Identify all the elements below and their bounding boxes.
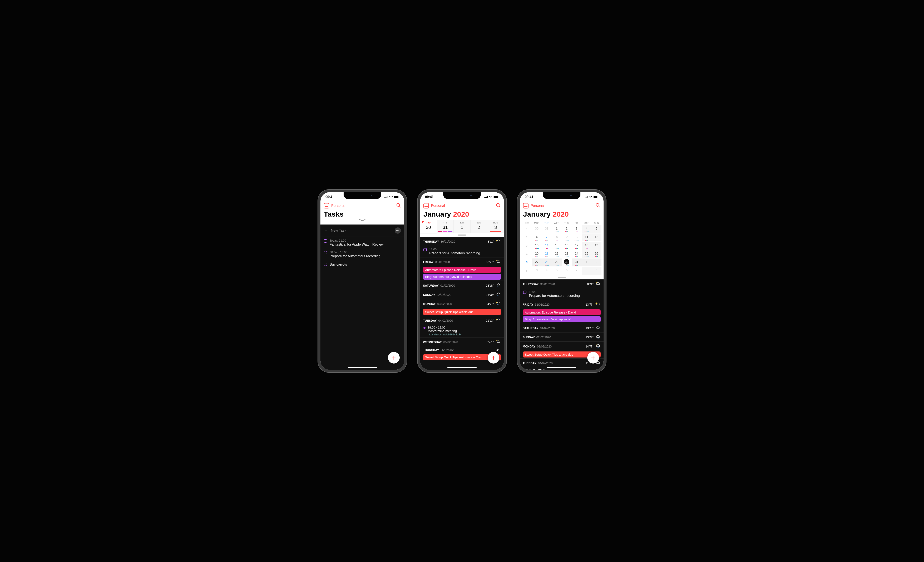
task-checkbox[interactable] (324, 239, 327, 243)
month-cell[interactable]: 13 (532, 242, 542, 250)
task-item[interactable]: 18:00Prepare for Automators recording (420, 246, 504, 257)
task-checkbox[interactable] (523, 291, 526, 294)
month-cell[interactable]: 16 (562, 242, 572, 250)
add-button[interactable]: + (388, 352, 400, 364)
month-cell[interactable]: 3 (532, 267, 542, 275)
month-cell[interactable]: 11 (582, 234, 592, 241)
drag-handle[interactable] (520, 276, 603, 279)
month-cell[interactable]: 2 (562, 225, 572, 233)
month-cell[interactable]: 30 (532, 225, 542, 233)
svg-rect-10 (485, 197, 486, 198)
month-cell[interactable]: 18 (582, 242, 592, 250)
task-checkbox[interactable] (324, 263, 327, 266)
month-cell[interactable]: 25 (582, 250, 592, 258)
month-cell[interactable]: 22 (552, 250, 562, 258)
month-cell[interactable]: 27 (532, 258, 542, 267)
week-day[interactable]: THU 30 (420, 220, 437, 233)
month-cell[interactable]: 17 (572, 242, 582, 250)
month-cell[interactable]: 7 (572, 267, 582, 275)
task-item[interactable]: 18:00Prepare for Automators recording (520, 288, 603, 300)
weather-icon (595, 325, 601, 331)
month-cell[interactable]: 26 (591, 250, 602, 258)
month-cell[interactable]: 8 (582, 267, 592, 275)
add-button[interactable]: + (488, 352, 500, 364)
search-button[interactable] (396, 203, 401, 208)
month-cell[interactable]: 19 (591, 242, 602, 250)
day-header: MONDAY 03/02/2020 14°/7° (420, 299, 504, 308)
week-day[interactable]: SAT 1 (453, 220, 470, 233)
month-cell[interactable]: 23 (562, 250, 572, 258)
month-cell[interactable]: 1 (552, 225, 562, 233)
agenda-list[interactable]: THURSDAY 30/01/2020 8°/1°18:00Prepare fo… (420, 237, 504, 370)
month-cell[interactable]: 31 (572, 258, 582, 267)
month-title[interactable]: January 2020 (423, 210, 501, 218)
calendar-set-button[interactable]: Personal (423, 203, 445, 208)
month-cell[interactable]: 7 (542, 234, 552, 241)
week-day[interactable]: FRI 31 (437, 220, 454, 233)
calendar-set-button[interactable]: Personal (324, 203, 345, 208)
month-cell[interactable]: 30 (562, 258, 572, 267)
search-button[interactable] (596, 203, 600, 208)
event-pill[interactable]: Automators Episode Release - David (423, 267, 501, 273)
month-cell[interactable]: 9 (591, 267, 602, 275)
month-cell[interactable]: 28 (542, 258, 552, 267)
svg-line-39 (497, 304, 498, 305)
month-cell[interactable]: 3 (572, 225, 582, 233)
pull-handle[interactable] (324, 218, 401, 223)
month-cell[interactable]: 5 (552, 267, 562, 275)
svg-line-32 (498, 295, 498, 296)
drag-handle[interactable] (420, 233, 504, 237)
tasks-list[interactable]: ＋ New Task ••• Today, 21:00 Fantastical … (321, 225, 404, 370)
svg-rect-11 (486, 196, 487, 198)
task-checkbox[interactable] (324, 251, 327, 254)
month-cell[interactable]: 15 (552, 242, 562, 250)
event-pill[interactable]: Automators Episode Release - David (523, 309, 601, 315)
month-cell[interactable]: 12 (591, 234, 602, 241)
month-cell[interactable]: 14 (542, 242, 552, 250)
home-indicator[interactable] (447, 367, 477, 368)
task-time: 30 Jan, 18:00 (330, 250, 401, 254)
svg-line-60 (599, 206, 600, 207)
month-cell[interactable]: 31 (542, 225, 552, 233)
month-cell[interactable]: 9 (562, 234, 572, 241)
search-button[interactable] (496, 203, 501, 208)
month-cell[interactable]: 4 (542, 267, 552, 275)
month-cell[interactable]: 2 (591, 258, 602, 267)
week-day[interactable]: MON 3 (487, 220, 504, 233)
calendar-set-icon (423, 203, 429, 208)
month-title[interactable]: January 2020 (523, 210, 600, 218)
month-cell[interactable]: 6 (562, 267, 572, 275)
new-task-row[interactable]: ＋ New Task ••• (321, 225, 404, 237)
home-indicator[interactable] (547, 367, 576, 368)
weather-icon (496, 292, 501, 297)
month-cell[interactable]: 4 (582, 225, 592, 233)
month-cell[interactable]: 10 (572, 234, 582, 241)
task-item[interactable]: 30 Jan, 18:00 Prepare for Automators rec… (321, 249, 404, 260)
day-header: FRIDAY 31/01/2020 13°/7° (420, 257, 504, 266)
view-title: Tasks (324, 210, 401, 218)
month-cell[interactable]: 24 (572, 250, 582, 258)
more-button[interactable]: ••• (394, 228, 401, 234)
task-item[interactable]: Today, 21:00 Fantastical for Apple Watch… (321, 237, 404, 249)
month-cell[interactable]: 6 (532, 234, 542, 241)
month-cell[interactable]: 20 (532, 250, 542, 258)
event-pill[interactable]: Blog: Automators (David episode) (423, 274, 501, 280)
calendar-set-label: Personal (531, 204, 544, 208)
month-cell[interactable]: 5 (591, 225, 602, 233)
month-cell[interactable]: 1 (582, 258, 592, 267)
event-pill[interactable]: Sweet Setup Quick Tips article due (423, 309, 501, 315)
event-pill[interactable]: Blog: Automators (David episode) (523, 316, 601, 322)
month-cell[interactable]: 8 (552, 234, 562, 241)
week-strip[interactable]: THU 30FRI 31SAT 1SUN 2MON 3 (420, 220, 504, 233)
task-item[interactable]: Buy carrots (321, 260, 404, 268)
month-cell[interactable]: 21 (542, 250, 552, 258)
home-indicator[interactable] (348, 367, 377, 368)
month-grid[interactable]: CWMONTUEWEDTHUFRISATSUN13031123452678910… (520, 220, 603, 276)
svg-rect-5 (394, 196, 398, 198)
calendar-set-button[interactable]: Personal (523, 203, 544, 208)
week-day[interactable]: SUN 2 (470, 220, 487, 233)
month-cell[interactable]: 29 (552, 258, 562, 267)
event-item[interactable]: 18:00 - 19:00Mastermind meetinghttps://z… (420, 325, 504, 337)
task-checkbox[interactable] (423, 248, 427, 252)
add-button[interactable]: + (587, 352, 599, 364)
